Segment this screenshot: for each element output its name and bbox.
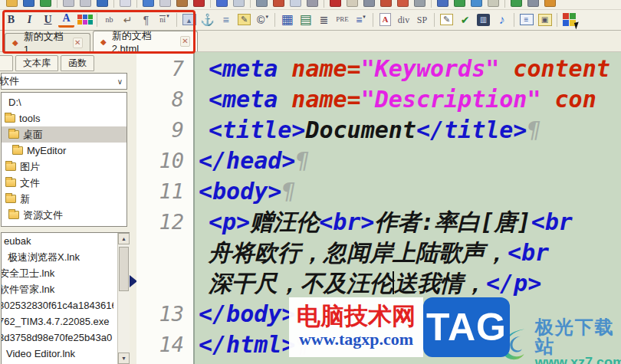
chevron-down-icon: ▾ bbox=[363, 14, 366, 19]
file-item[interactable]: eubak bbox=[2, 233, 117, 249]
tree-item-new[interactable]: 新 bbox=[2, 191, 127, 207]
tree-item-tools[interactable]: tools bbox=[2, 110, 127, 126]
line-number: 12 bbox=[136, 207, 193, 238]
category-dropdown[interactable]: 软件 ∨ bbox=[1, 73, 127, 90]
align-left-icon[interactable]: ≡ bbox=[218, 11, 234, 28]
folder-icon bbox=[8, 130, 19, 139]
code-line-wrap: 深干尺，不及汪伦送我情，</p> bbox=[196, 268, 621, 299]
save-icon[interactable] bbox=[23, 0, 34, 7]
tree-item-myeditor[interactable]: MyEditor bbox=[2, 143, 127, 159]
scroll-down-icon[interactable]: ▼ bbox=[118, 353, 130, 364]
scroll-up-icon[interactable]: ▲ bbox=[118, 233, 130, 244]
sp-icon[interactable]: SP bbox=[414, 11, 430, 28]
delete-x-icon[interactable] bbox=[193, 0, 205, 7]
wrench-icon[interactable] bbox=[256, 0, 268, 7]
indent-icon[interactable]: ≣ bbox=[316, 11, 332, 28]
horizontal-splitter[interactable] bbox=[0, 227, 132, 232]
open-folder-icon[interactable] bbox=[6, 0, 18, 7]
windows-icon[interactable] bbox=[561, 11, 577, 28]
gear-icon[interactable] bbox=[414, 0, 426, 7]
tree-item-drive-d[interactable]: D:\ bbox=[2, 94, 127, 110]
bold-4b-icon[interactable] bbox=[273, 0, 284, 7]
tree-item-pictures[interactable]: 图片 bbox=[2, 159, 127, 175]
media-window-icon[interactable] bbox=[454, 0, 465, 7]
scrollbar-thumb[interactable] bbox=[119, 247, 129, 291]
window-icon[interactable] bbox=[437, 0, 449, 7]
vertical-splitter[interactable] bbox=[130, 52, 136, 364]
eraser-icon[interactable] bbox=[233, 0, 245, 7]
tab-text-library[interactable]: 文本库 bbox=[15, 55, 58, 71]
font-a-icon[interactable]: A bbox=[377, 11, 393, 28]
package-icon[interactable] bbox=[176, 0, 188, 7]
list-icon[interactable]: ≡▾ bbox=[353, 11, 369, 28]
file-item[interactable]: 安全卫士.lnk bbox=[1, 265, 114, 281]
checklist-icon[interactable]: ▣ bbox=[537, 11, 553, 28]
file-item[interactable]: 302532830f61c4a1843616 bbox=[1, 297, 113, 313]
cd-icon[interactable] bbox=[397, 0, 409, 7]
mouse-cursor-icon bbox=[574, 21, 580, 29]
clipboard-icon[interactable] bbox=[290, 0, 301, 7]
print-icon[interactable] bbox=[63, 0, 74, 7]
pen-icon[interactable] bbox=[216, 0, 228, 7]
battery-icon[interactable] bbox=[544, 0, 556, 7]
textarea-icon[interactable]: ▤ bbox=[297, 11, 314, 28]
plus-minus-icon[interactable] bbox=[380, 0, 392, 7]
file-item[interactable]: 762_TIM3.4.7.22085.exe bbox=[1, 313, 113, 330]
memo-icon[interactable]: ✎ bbox=[236, 11, 252, 28]
xz7-watermark: 极光下载站 www.xz7.com bbox=[499, 317, 621, 364]
form-icon[interactable]: ≡ bbox=[518, 11, 534, 28]
w-icon[interactable] bbox=[363, 0, 375, 7]
print-preview-icon[interactable] bbox=[80, 0, 91, 7]
file-item[interactable]: Video Editor.lnk bbox=[2, 346, 117, 362]
code-line: <title>Document</title>¶ bbox=[196, 115, 621, 146]
line-number: 11 bbox=[136, 176, 193, 207]
frame-icon[interactable] bbox=[488, 0, 499, 7]
div-icon[interactable]: div bbox=[396, 11, 412, 28]
font-red-icon[interactable] bbox=[330, 0, 341, 7]
line-number: 7 bbox=[136, 54, 193, 84]
download-arrow-icon[interactable] bbox=[97, 0, 108, 7]
line-number: 13 bbox=[136, 299, 193, 330]
film-icon[interactable]: ▥ bbox=[475, 11, 491, 28]
line-number: 9 bbox=[136, 115, 193, 146]
font-size-icon[interactable] bbox=[307, 0, 318, 7]
toolbar-top bbox=[0, 0, 621, 10]
calendar-icon[interactable] bbox=[120, 0, 131, 7]
tagxp-watermark: 电脑技术网 www.tagxp.com TAG bbox=[289, 297, 510, 357]
line-number: 8 bbox=[136, 84, 193, 115]
file-item[interactable]: 极速浏览器X.lnk bbox=[2, 249, 117, 265]
save-all-icon[interactable] bbox=[40, 0, 51, 7]
file-list: eubak 极速浏览器X.lnk 安全卫士.lnk 软件管家.lnk 30253… bbox=[1, 232, 130, 364]
file-list-scrollbar[interactable]: ▲ ▼ bbox=[117, 233, 130, 364]
folder-icon bbox=[5, 162, 16, 171]
tree-item-desktop[interactable]: 桌面 bbox=[2, 126, 127, 143]
line-number bbox=[136, 238, 193, 268]
tab-functions[interactable]: 函数 bbox=[61, 55, 94, 71]
music-icon[interactable]: ♪ bbox=[494, 11, 510, 28]
code-line-wrap: 舟将欧行，忽闻岸上陆歌声，<br bbox=[196, 238, 621, 268]
fix-icon[interactable] bbox=[347, 0, 358, 7]
pre-icon[interactable]: PRE bbox=[334, 11, 350, 28]
tree-item-resources[interactable]: 资源文件 bbox=[2, 207, 127, 223]
copyright-icon[interactable]: ©▾ bbox=[255, 11, 271, 28]
file-item[interactable]: 软件管家.lnk bbox=[1, 281, 114, 297]
anchor-icon[interactable]: ⚓ bbox=[199, 11, 215, 28]
kb-icon[interactable] bbox=[527, 0, 539, 7]
line-number: 10 bbox=[136, 146, 193, 176]
file-item[interactable]: 3d3758d98e70fe25b43a0 bbox=[1, 330, 113, 346]
compose-icon[interactable]: ✎ bbox=[439, 11, 455, 28]
format-brush-icon[interactable]: ✔ bbox=[457, 11, 473, 28]
copy-page-icon[interactable] bbox=[159, 0, 171, 7]
folder-icon bbox=[5, 179, 16, 187]
folder-icon bbox=[5, 195, 16, 203]
code-line: <body>¶ bbox=[196, 176, 621, 207]
image-window-icon[interactable] bbox=[471, 0, 482, 7]
picture-icon[interactable] bbox=[511, 0, 522, 7]
code-line: <meta name="Keywords" content bbox=[196, 54, 621, 84]
table-icon[interactable]: ▦ bbox=[279, 11, 295, 28]
search-icon[interactable] bbox=[143, 0, 154, 7]
chevron-down-icon: ∨ bbox=[117, 77, 123, 86]
tab-stub[interactable] bbox=[0, 55, 13, 71]
tagxp-url: www.tagxp.com bbox=[299, 330, 413, 349]
tree-item-files[interactable]: 文件 bbox=[2, 175, 127, 191]
